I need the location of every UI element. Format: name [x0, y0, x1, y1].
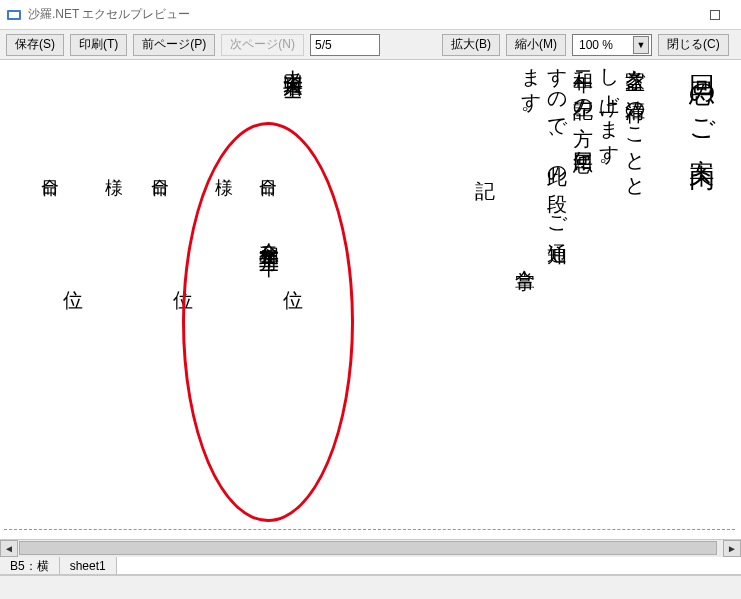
app-icon — [6, 7, 22, 23]
next-page-button[interactable]: 次ページ(N) — [221, 34, 304, 56]
gassho-label: 合掌 — [514, 254, 535, 258]
sama-1: 様 — [214, 164, 233, 166]
zoom-in-button[interactable]: 拡大(B) — [442, 34, 500, 56]
meinichi-1: 命日 — [258, 164, 277, 168]
body-col-2: し上げます。 — [598, 60, 619, 178]
scroll-thumb[interactable] — [19, 541, 717, 555]
sheet-tabbar: B5：横 sheet1 — [0, 557, 741, 575]
close-button[interactable]: 閉じる(C) — [658, 34, 729, 56]
name-col: 山秀道大居士 — [282, 60, 303, 66]
preview-area: 回忌のご案内 家益々ご清祥のことと し上げます。 和二年 左記の方 年回忌に す… — [0, 60, 741, 537]
kurai-3: 位 — [62, 274, 83, 276]
body-col-3: 和二年 左記の方 年回忌に — [572, 60, 593, 166]
zoom-value: 100 % — [579, 38, 613, 52]
scroll-left-icon[interactable]: ◄ — [0, 540, 18, 557]
body-col-4: すので、此の段 ご通知 — [546, 60, 567, 231]
toolbar: 保存(S) 印刷(T) 前ページ(P) 次ページ(N) 拡大(B) 縮小(M) … — [0, 30, 741, 60]
zoom-select[interactable]: 100 % ▼ — [572, 34, 652, 56]
titlebar: 沙羅.NET エクセルプレビュー — [0, 0, 741, 30]
svg-rect-2 — [711, 10, 720, 19]
page-canvas: 回忌のご案内 家益々ご清祥のことと し上げます。 和二年 左記の方 年回忌に す… — [4, 60, 735, 530]
statusbar — [0, 575, 741, 599]
dropdown-caret-icon: ▼ — [633, 36, 649, 54]
meinichi-3: 命日 — [40, 164, 59, 168]
print-button[interactable]: 印刷(T) — [70, 34, 127, 56]
maximize-button[interactable] — [695, 1, 735, 29]
kurai-1: 位 — [282, 274, 303, 276]
annotation-ellipse — [182, 122, 354, 522]
body-col-1: 家益々ご清祥のことと — [624, 60, 645, 189]
tab-b5[interactable]: B5：横 — [0, 557, 60, 574]
kurai-2: 位 — [172, 274, 193, 276]
tab-sheet1[interactable]: sheet1 — [60, 557, 117, 574]
save-button[interactable]: 保存(S) — [6, 34, 64, 56]
sama-2: 様 — [104, 164, 123, 166]
scroll-right-icon[interactable]: ► — [723, 540, 741, 557]
page-field[interactable] — [310, 34, 380, 56]
ki-label: 記 — [474, 164, 495, 166]
scroll-track[interactable] — [18, 540, 723, 557]
svg-rect-1 — [9, 12, 19, 18]
date-col: 令和元年十二月三十一 — [258, 226, 279, 246]
horizontal-scrollbar[interactable]: ◄ ► — [0, 539, 741, 557]
meinichi-2: 命日 — [150, 164, 169, 168]
body-col-5: ます。 — [520, 60, 541, 126]
prev-page-button[interactable]: 前ページ(P) — [133, 34, 215, 56]
doc-title: 回忌のご案内 — [688, 60, 715, 150]
zoom-out-button[interactable]: 縮小(M) — [506, 34, 566, 56]
window-title: 沙羅.NET エクセルプレビュー — [28, 6, 190, 23]
